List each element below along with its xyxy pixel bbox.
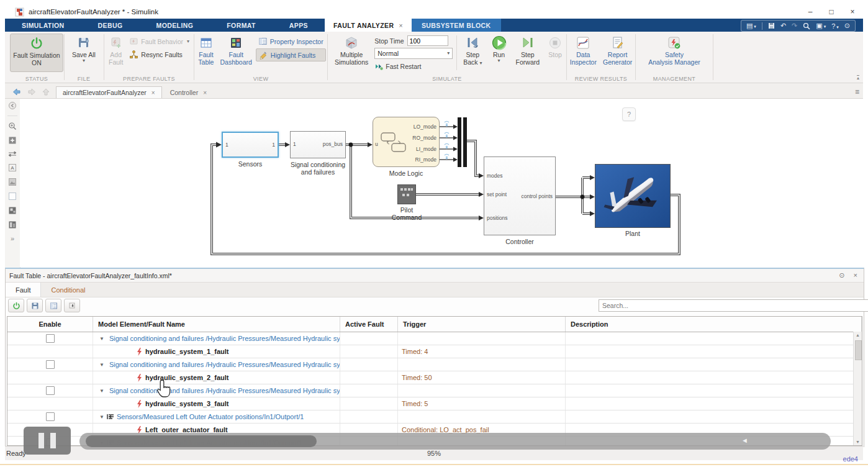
doc-tab-model[interactable]: aircraftElevatorFaultAnalyzer × bbox=[56, 86, 162, 98]
enable-checkbox[interactable] bbox=[46, 334, 55, 343]
table-row[interactable]: ▼Sensors/Measured Left Outer Actuator po… bbox=[7, 410, 862, 424]
enable-fault-simulation-button[interactable] bbox=[8, 299, 24, 312]
capture-icon[interactable]: ▣ ▾ bbox=[816, 22, 826, 30]
enable-checkbox[interactable] bbox=[46, 386, 55, 395]
fault-behavior-button[interactable]: Fault Behavior ▾ bbox=[127, 35, 192, 47]
add-fault-button[interactable]: AddFault bbox=[106, 34, 125, 72]
panel-close-icon[interactable]: × bbox=[854, 271, 857, 279]
column-header-enable[interactable]: Enable bbox=[7, 317, 93, 332]
expander-icon[interactable]: ▼ bbox=[99, 414, 104, 420]
controller-block[interactable]: modes set point positions control points bbox=[484, 156, 556, 235]
column-header-trigger[interactable]: Trigger bbox=[398, 317, 566, 332]
fault-simulation-toggle-button[interactable]: Fault SimulationON bbox=[10, 34, 63, 72]
fault-dashboard-button[interactable]: FaultDashboard bbox=[217, 34, 254, 72]
table-vertical-scrollbar[interactable]: ▲ ▼ bbox=[853, 332, 862, 445]
step-forward-button[interactable]: StepForward bbox=[513, 34, 543, 72]
pilot-command-block[interactable] bbox=[397, 184, 416, 204]
scroll-down-icon[interactable]: ▼ bbox=[856, 438, 860, 445]
zoom-icon[interactable] bbox=[8, 122, 17, 130]
video-pause-button[interactable] bbox=[24, 427, 71, 455]
doc-bar-menu-icon[interactable]: ≡ bbox=[855, 88, 859, 98]
hide-browser-icon[interactable] bbox=[8, 101, 17, 110]
sensors-block[interactable]: 1 1 bbox=[222, 132, 279, 158]
panel-dock-icon[interactable]: ⊙ bbox=[839, 271, 844, 279]
signal-conditioning-block[interactable]: 1 pos_bus bbox=[290, 131, 346, 158]
tab-debug[interactable]: DEBUG bbox=[81, 19, 140, 32]
save-all-button[interactable]: Save All▾ bbox=[70, 34, 98, 72]
column-header-description[interactable]: Description bbox=[566, 317, 862, 332]
tab-fault[interactable]: Fault bbox=[6, 283, 41, 297]
enable-checkbox[interactable] bbox=[46, 360, 55, 369]
image-icon[interactable] bbox=[8, 178, 17, 186]
table-row[interactable]: hydraulic_system_2_fault Timed: 50 bbox=[7, 371, 862, 384]
save-fault-file-button[interactable] bbox=[27, 299, 43, 312]
run-button[interactable]: Run▾ bbox=[489, 34, 510, 72]
forward-arrow-icon[interactable] bbox=[27, 88, 36, 96]
fit-to-view-icon[interactable] bbox=[8, 136, 17, 145]
scrollbar-thumb[interactable] bbox=[855, 340, 862, 360]
undo-icon[interactable]: ↶ bbox=[780, 22, 786, 30]
highlight-faults-button[interactable]: Highlight Faults bbox=[256, 48, 326, 61]
annotation-icon[interactable]: A bbox=[8, 163, 17, 172]
step-back-button[interactable]: StepBack ▾ bbox=[461, 34, 484, 72]
model-canvas[interactable]: ? 1 1 Sensors 1 pos_bus Signal condition… bbox=[20, 99, 863, 267]
resync-faults-button[interactable]: Resync Faults bbox=[127, 48, 192, 60]
fault-table-button[interactable]: FaultTable bbox=[196, 34, 216, 72]
data-inspector-button[interactable]: DataInspector bbox=[567, 34, 599, 72]
palette-overflow-icon[interactable]: » bbox=[11, 235, 14, 242]
safety-analysis-manager-button[interactable]: SafetyAnalysis Manager bbox=[646, 34, 702, 72]
stop-time-input[interactable] bbox=[407, 35, 448, 46]
property-inspector-button[interactable]: Property Inspector bbox=[256, 35, 326, 47]
search-zoom-icon[interactable] bbox=[803, 22, 810, 30]
mode-logic-block[interactable]: u LO_mode RO_mode LI_mode RI_mode bbox=[373, 117, 440, 167]
doc-tab-controller[interactable]: Controller × bbox=[163, 86, 214, 98]
tab-fault-analyzer-close-icon[interactable]: × bbox=[399, 22, 403, 29]
tab-fault-analyzer[interactable]: FAULT ANALYZER × bbox=[325, 19, 412, 32]
collapse-ribbon-icon[interactable]: ▴ bbox=[857, 75, 859, 80]
table-row[interactable]: ▼Signal conditioning and failures /Hydra… bbox=[7, 358, 862, 371]
report-generator-button[interactable]: ReportGenerator bbox=[600, 34, 635, 72]
canvas-help-button[interactable]: ? bbox=[622, 107, 636, 121]
maximize-button[interactable]: □ bbox=[821, 7, 842, 16]
multiple-simulations-button[interactable]: MultipleSimulations bbox=[332, 34, 371, 72]
table-row[interactable]: hydraulic_system_1_fault Timed: 4 bbox=[7, 345, 862, 358]
open-recent-icon[interactable]: ▤ ▾ bbox=[746, 22, 756, 30]
tab-modeling[interactable]: MODELING bbox=[139, 19, 210, 32]
table-row[interactable]: ▼Signal conditioning and failures /Hydra… bbox=[7, 332, 862, 345]
column-header-active-fault[interactable]: Active Fault bbox=[340, 317, 398, 332]
save-icon[interactable] bbox=[768, 22, 775, 29]
expander-icon[interactable]: ▼ bbox=[99, 362, 104, 368]
doc-tab-model-close-icon[interactable]: × bbox=[151, 89, 155, 96]
back-arrow-icon[interactable] bbox=[12, 88, 21, 96]
table-row[interactable]: hydraulic_system_3_fault Timed: 5 bbox=[7, 397, 862, 410]
add-row-button[interactable] bbox=[64, 299, 80, 312]
table-row[interactable]: ▼Signal conditioning and failures /Hydra… bbox=[7, 384, 862, 397]
enable-checkbox[interactable] bbox=[46, 412, 55, 421]
expander-icon[interactable]: ▼ bbox=[99, 388, 104, 394]
tab-simulation[interactable]: SIMULATION bbox=[5, 19, 81, 32]
expander-icon[interactable]: ▼ bbox=[99, 336, 104, 342]
search-input[interactable] bbox=[599, 299, 868, 312]
show-columns-button[interactable] bbox=[45, 299, 61, 312]
viewmarks-icon[interactable] bbox=[8, 206, 17, 215]
column-header-name[interactable]: Model Element/Fault Name bbox=[93, 317, 340, 332]
options-icon[interactable]: ⊙ bbox=[844, 22, 850, 30]
help-icon[interactable]: ? ▾ bbox=[831, 22, 839, 30]
close-button[interactable]: × bbox=[842, 7, 863, 16]
tab-format[interactable]: FORMAT bbox=[210, 19, 273, 32]
simulation-mode-select[interactable]: Normal ▾ bbox=[374, 48, 453, 59]
redo-icon[interactable]: ↷ bbox=[792, 22, 797, 30]
tab-apps[interactable]: APPS bbox=[273, 19, 325, 32]
tab-subsystem-block[interactable]: SUBSYSTEM BLOCK bbox=[412, 19, 501, 32]
video-seek-bar[interactable]: ◄ bbox=[79, 433, 831, 450]
up-arrow-icon[interactable] bbox=[42, 88, 50, 96]
area-box-icon[interactable] bbox=[8, 192, 17, 201]
minimize-button[interactable]: – bbox=[800, 7, 821, 16]
scroll-up-icon[interactable]: ▲ bbox=[856, 332, 860, 338]
fast-restart-toggle[interactable]: Fast Restart bbox=[374, 61, 453, 72]
plant-block[interactable] bbox=[595, 164, 671, 228]
tab-conditional[interactable]: Conditional bbox=[41, 283, 95, 297]
doc-tab-controller-close-icon[interactable]: × bbox=[203, 89, 207, 96]
subsystem-badge-icon[interactable] bbox=[8, 220, 17, 229]
stop-button[interactable]: Stop bbox=[546, 34, 564, 72]
